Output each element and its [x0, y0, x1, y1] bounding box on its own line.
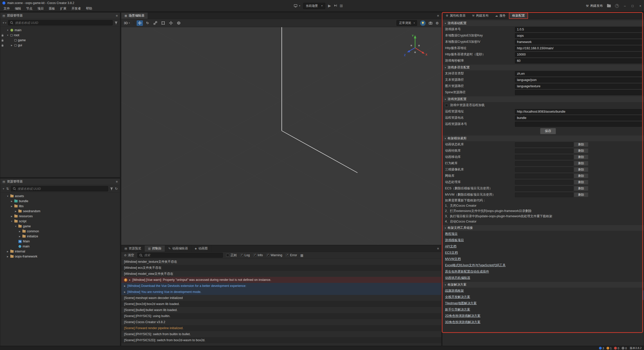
- hierarchy-node[interactable]: game: [0, 38, 120, 43]
- add-node-caret-icon[interactable]: ▾: [5, 22, 7, 24]
- hierarchy-node[interactable]: ▶ gui: [0, 43, 120, 48]
- log-row[interactable]: [Scene] [PHYSICS2D]: switch from box2d-w…: [121, 337, 441, 343]
- save-button[interactable]: 保存: [540, 128, 556, 134]
- config-input[interactable]: [515, 84, 642, 89]
- expand-arrow-icon[interactable]: ▶: [14, 210, 17, 212]
- log-row[interactable]: ▶ [Window] Download the Vue Devtools ext…: [121, 283, 441, 289]
- config-input[interactable]: [515, 52, 642, 57]
- asset-node[interactable]: TS Main: [0, 239, 120, 244]
- asset-node[interactable]: ▶ internal: [0, 249, 120, 254]
- log-row[interactable]: [Window] render_texture文件夹不存在: [121, 259, 441, 265]
- doc-link[interactable]: 原生包热更新配置自动生成插件: [445, 270, 489, 274]
- close-button[interactable]: ×: [638, 4, 642, 8]
- log-row[interactable]: ! ▶ [Window] [Vue warn]: Property "onInp…: [121, 277, 441, 283]
- asset-node[interactable]: ▶ libs: [0, 204, 120, 209]
- world-space-toggle[interactable]: [176, 20, 182, 26]
- rotate-tool-button[interactable]: ↻: [144, 20, 151, 26]
- expand-arrow-icon[interactable]: ▶: [10, 44, 13, 47]
- expand-arrow-icon[interactable]: ▼: [6, 34, 9, 36]
- inspector-tab[interactable]: ⚙ 属性检查器: [442, 13, 469, 19]
- delete-module-button[interactable]: 删除: [574, 173, 588, 178]
- status-badge[interactable]: 0: [614, 347, 619, 350]
- solution-link[interactable]: Tiledmap地图解决方案: [445, 301, 477, 305]
- minimize-button[interactable]: –: [623, 4, 626, 8]
- log-row[interactable]: [Scene] Cocos Creator v3.8.2: [121, 319, 441, 325]
- scene-editor-tab[interactable]: ▦ 场景编辑器: [121, 13, 148, 19]
- log-row[interactable]: [Window] model_view文件夹不存在: [121, 271, 441, 277]
- status-badge[interactable]: 0: [622, 347, 627, 350]
- platform-caret-icon[interactable]: ▾: [299, 5, 300, 7]
- log-row[interactable]: ▶ [Window] You are running Vue in develo…: [121, 289, 441, 295]
- section-language-config[interactable]: ▾ 游戏多语言配置: [442, 64, 644, 70]
- config-input[interactable]: [515, 46, 642, 51]
- layout-grid-icon[interactable]: ⊞: [340, 4, 343, 8]
- log-row[interactable]: [Scene] [PHYSICS]: switch from builtin t…: [121, 331, 441, 337]
- console-filter[interactable]: Warning: [266, 253, 282, 257]
- config-input[interactable]: [515, 77, 642, 82]
- checkbox-icon[interactable]: [240, 254, 243, 257]
- solution-link[interactable]: 3D角色扮演游戏解决方案: [445, 320, 480, 324]
- build-publish-button[interactable]: ⚒ 构建发布: [586, 4, 603, 8]
- remote-load-checkbox-row[interactable]: 游戏中资源是否远程加载: [442, 102, 644, 108]
- inspector-tab[interactable]: ⚒ 构建发布: [469, 13, 492, 19]
- log-row[interactable]: [Scene] [PHYSICS]: using builtin.: [121, 313, 441, 319]
- doc-link[interactable]: ECS文档: [445, 251, 458, 255]
- scale-tool-button[interactable]: [152, 20, 158, 26]
- panel-menu-icon[interactable]: ≡: [437, 247, 439, 250]
- scene-select-dropdown[interactable]: 当前场景 ▾: [303, 3, 326, 9]
- panel-menu-icon[interactable]: ≡: [116, 14, 118, 18]
- expand-arrow-icon[interactable]: ▶: [129, 279, 131, 281]
- mode-3d-toggle[interactable]: 3D ▾: [124, 21, 130, 25]
- console-filter[interactable]: 正则: [226, 253, 237, 257]
- doc-link[interactable]: Excel格式转Json文件与TypeScript代码工具: [445, 263, 506, 268]
- hierarchy-node[interactable]: ▼ main: [0, 28, 120, 33]
- asset-node[interactable]: ▼ assets: [0, 194, 120, 199]
- assets-search-input[interactable]: [18, 186, 106, 191]
- doc-link[interactable]: 游戏模板项目: [445, 238, 464, 242]
- inspector-tab[interactable]: ☁ 服务: [492, 13, 509, 19]
- delete-module-button[interactable]: 删除: [574, 142, 588, 147]
- config-input[interactable]: [515, 122, 642, 127]
- asset-node[interactable]: ▶ initialize: [0, 234, 120, 239]
- delete-module-button[interactable]: 删除: [574, 167, 588, 172]
- axis-gizmo[interactable]: Y X Z: [400, 33, 430, 63]
- expand-arrow-icon[interactable]: ▼: [14, 225, 17, 228]
- log-row[interactable]: [Window] ecs文件夹不存在: [121, 265, 441, 271]
- checkbox-icon[interactable]: [226, 254, 229, 257]
- delete-module-button[interactable]: 删除: [574, 192, 588, 197]
- delete-module-button[interactable]: 删除: [574, 155, 588, 159]
- config-input[interactable]: [515, 115, 642, 120]
- help-icon[interactable]: ?: [615, 4, 619, 8]
- view-mode-dropdown[interactable]: 正常浏览 ▾: [396, 20, 417, 26]
- config-input[interactable]: [515, 33, 642, 38]
- expand-arrow-icon[interactable]: ▶: [10, 200, 13, 202]
- config-input[interactable]: [515, 109, 642, 114]
- expand-arrow-icon[interactable]: ▼: [6, 29, 9, 31]
- menu-item[interactable]: 编辑: [12, 7, 24, 11]
- step-button[interactable]: [334, 4, 337, 8]
- expand-arrow-icon[interactable]: ▶: [6, 250, 9, 253]
- clear-console-button[interactable]: ⊘ 清空: [124, 253, 134, 257]
- move-tool-button[interactable]: [137, 20, 143, 26]
- console-tab[interactable]: ▥ 控制台: [145, 245, 165, 252]
- checkbox-icon[interactable]: [286, 254, 289, 257]
- log-row[interactable]: [Scene] meshopt wasm decoder initialized: [121, 295, 441, 301]
- asset-node[interactable]: ▼ game: [0, 224, 120, 229]
- log-row[interactable]: [Scene] Forward render pipeline initiali…: [121, 325, 441, 331]
- expand-arrow-icon[interactable]: ▶: [18, 230, 21, 233]
- section-module-trim[interactable]: ▾ 框架模块裁剪: [442, 135, 644, 141]
- asset-node[interactable]: main: [0, 244, 120, 249]
- console-tab[interactable]: ◈ 动画图: [191, 245, 211, 252]
- menu-item[interactable]: 节点: [24, 7, 35, 11]
- scene-viewport[interactable]: Y X Z: [121, 27, 441, 245]
- lighting-toggle[interactable]: [420, 20, 426, 26]
- doc-link[interactable]: 动画状态机编辑器: [445, 276, 470, 280]
- section-doc-links[interactable]: ▾ 框架文档工具链接: [442, 225, 644, 231]
- console-tab[interactable]: ✎ 动画编辑器: [165, 245, 191, 252]
- menu-item[interactable]: 扩展: [58, 7, 69, 11]
- expand-arrow-icon[interactable]: ▶: [6, 255, 9, 258]
- config-input[interactable]: [515, 39, 642, 45]
- asset-node[interactable]: ▶ common: [0, 229, 120, 234]
- asset-node[interactable]: ▶ bundle: [0, 199, 120, 204]
- hierarchy-node[interactable]: ▼ root: [0, 33, 120, 38]
